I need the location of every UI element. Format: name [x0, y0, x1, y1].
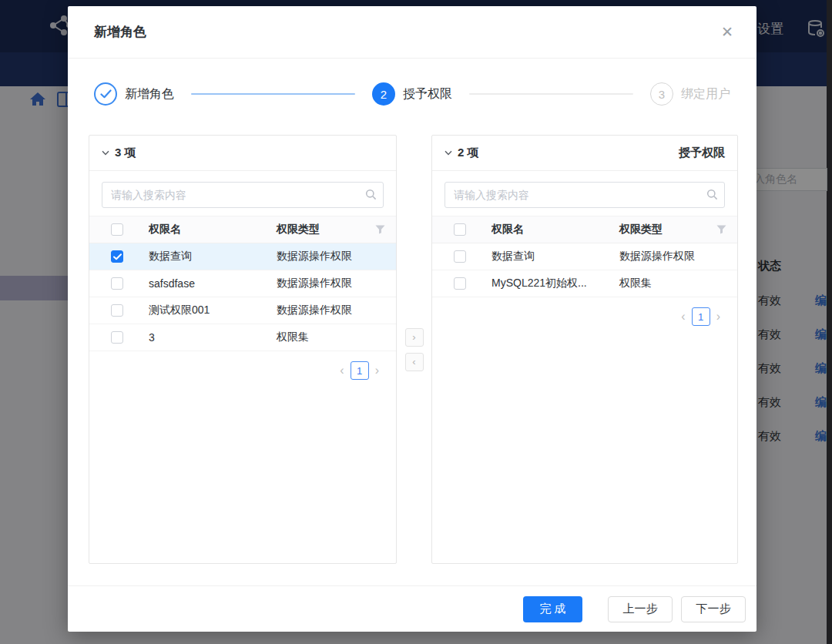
select-all-checkbox[interactable] — [454, 223, 466, 236]
granted-search — [445, 182, 725, 208]
select-all-checkbox[interactable] — [111, 223, 123, 236]
previous-step-button[interactable]: 上一步 — [608, 596, 673, 622]
move-right-button[interactable]: › — [405, 328, 424, 347]
granted-count-label: 2 项 — [458, 146, 479, 160]
search-icon — [706, 189, 718, 200]
table-row[interactable]: 3 权限集 — [89, 324, 396, 351]
permission-name: 数据查询 — [491, 250, 619, 263]
column-permission-type: 权限类型 — [277, 223, 375, 236]
granted-search-input[interactable] — [445, 182, 725, 208]
step2-number: 2 — [372, 82, 395, 106]
page-number[interactable]: 1 — [351, 361, 369, 380]
page-number[interactable]: 1 — [692, 307, 710, 326]
row-checkbox[interactable] — [111, 277, 123, 290]
step-connector-pending — [469, 93, 633, 95]
granted-pagination: ‹ 1 › — [432, 307, 737, 326]
next-page-icon[interactable]: › — [369, 361, 385, 380]
add-role-dialog: 新增角色 ✕ 新增角色 2 授予权限 3 绑定用户 3 项 — [68, 6, 757, 632]
step1-check-icon — [94, 82, 117, 106]
search-icon — [365, 189, 377, 200]
step2-label: 授予权限 — [403, 86, 452, 102]
source-search — [102, 182, 384, 208]
source-table-header: 权限名 权限类型 — [89, 216, 396, 243]
filter-funnel-icon[interactable] — [716, 225, 726, 234]
granted-permissions-panel: 2 项 授予权限 权限名 权限类型 数据查询 数据源操作权限 — [431, 135, 738, 564]
permission-type: 权限集 — [619, 277, 726, 290]
transfer-panels: 3 项 权限名 权限类型 数据查询 — [68, 135, 757, 564]
finish-button[interactable]: 完 成 — [523, 596, 582, 622]
filter-funnel-icon[interactable] — [375, 225, 385, 234]
step-wizard: 新增角色 2 授予权限 3 绑定用户 — [94, 82, 730, 106]
dialog-title: 新增角色 — [94, 23, 146, 41]
step1-label: 新增角色 — [125, 86, 174, 102]
source-count-label: 3 项 — [115, 146, 136, 160]
permission-type: 数据源操作权限 — [277, 277, 385, 290]
permission-name: 数据查询 — [149, 250, 277, 263]
permission-name: 3 — [149, 331, 277, 344]
table-row[interactable]: MySQL221初始权... 权限集 — [432, 270, 737, 297]
table-row[interactable]: 数据查询 数据源操作权限 — [432, 243, 737, 270]
permission-type: 数据源操作权限 — [619, 250, 726, 263]
permission-name: safsdfase — [149, 277, 277, 290]
granted-count[interactable]: 2 项 — [445, 146, 479, 160]
close-icon[interactable]: ✕ — [718, 22, 736, 42]
chevron-down-icon — [102, 150, 109, 156]
source-panel-header: 3 项 — [89, 136, 396, 171]
row-checkbox[interactable] — [111, 250, 123, 263]
step3-number: 3 — [650, 82, 673, 106]
next-step-button[interactable]: 下一步 — [681, 596, 746, 622]
screen: 设置 入角色名 状态 有效 有效 有效 有效 有效 编 编 编 编 编 新增角色… — [0, 0, 832, 644]
table-row[interactable]: 数据查询 数据源操作权限 — [89, 243, 396, 270]
table-row[interactable]: 测试权限001 数据源操作权限 — [89, 297, 396, 324]
permission-name: 测试权限001 — [149, 304, 277, 317]
permission-type: 数据源操作权限 — [277, 304, 385, 317]
dialog-header: 新增角色 ✕ — [68, 6, 757, 59]
row-checkbox[interactable] — [111, 331, 123, 344]
column-permission-type: 权限类型 — [619, 223, 716, 236]
step-connector-done — [191, 93, 355, 95]
next-page-icon[interactable]: › — [710, 307, 726, 326]
chevron-down-icon — [445, 150, 452, 156]
prev-page-icon[interactable]: ‹ — [675, 307, 691, 326]
prev-page-icon[interactable]: ‹ — [334, 361, 350, 380]
source-search-input[interactable] — [102, 182, 384, 208]
column-permission-name: 权限名 — [491, 223, 619, 236]
permission-type: 数据源操作权限 — [277, 250, 385, 263]
row-checkbox[interactable] — [454, 250, 466, 263]
row-checkbox[interactable] — [111, 304, 123, 317]
transfer-controls: › ‹ — [397, 135, 431, 564]
permission-type: 权限集 — [277, 330, 385, 344]
move-left-button[interactable]: ‹ — [405, 353, 424, 371]
granted-panel-title: 授予权限 — [679, 146, 725, 160]
granted-table-header: 权限名 权限类型 — [432, 216, 737, 243]
source-permissions-panel: 3 项 权限名 权限类型 数据查询 — [89, 135, 397, 564]
source-pagination: ‹ 1 › — [89, 361, 396, 380]
permission-name: MySQL221初始权... — [491, 277, 619, 290]
granted-panel-header: 2 项 授予权限 — [432, 136, 737, 171]
dialog-footer: 完 成 上一步 下一步 — [68, 585, 757, 632]
step3-label: 绑定用户 — [681, 86, 730, 102]
column-permission-name: 权限名 — [149, 223, 277, 236]
source-count[interactable]: 3 项 — [102, 146, 136, 160]
table-row[interactable]: safsdfase 数据源操作权限 — [89, 270, 396, 297]
row-checkbox[interactable] — [454, 277, 466, 290]
